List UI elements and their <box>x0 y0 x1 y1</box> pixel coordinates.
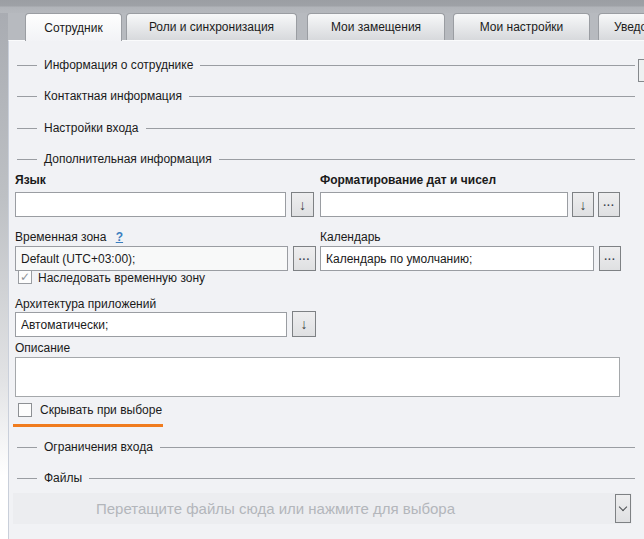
architecture-input[interactable] <box>15 312 287 337</box>
section-rule <box>89 478 635 479</box>
section-files-title: Файлы <box>44 471 82 485</box>
section-rule <box>200 65 635 66</box>
employee-settings-window: Сотрудник Роли и синхронизация Мои замещ… <box>0 0 644 539</box>
dropdown-arrow-icon: ↓ <box>299 198 306 212</box>
hide-on-select-label: Скрывать при выборе <box>40 403 162 417</box>
date-format-input[interactable] <box>320 192 568 217</box>
inherit-timezone-label: Наследовать временную зону <box>38 271 205 285</box>
dropdown-arrow-icon: ↓ <box>580 198 587 212</box>
tab-my-substitutions[interactable]: Мои замещения <box>307 13 445 40</box>
chevron-down-icon <box>619 503 627 511</box>
dropzone-placeholder: Перетащите файлы сюда или нажмите для вы… <box>13 493 538 524</box>
section-dash <box>17 65 37 66</box>
ellipsis-icon: ... <box>603 198 614 212</box>
ellipsis-icon: ... <box>299 252 310 266</box>
section-login-restrictions[interactable]: Ограничения входа <box>17 439 635 455</box>
section-employee-info-title: Информация о сотруднике <box>44 58 193 72</box>
timezone-label: Временная зона ? <box>15 230 123 244</box>
tab-notifications[interactable]: Уведо <box>598 13 644 40</box>
window-left-margin <box>0 13 8 539</box>
timezone-ellipsis-button[interactable]: ... <box>293 246 316 271</box>
timezone-label-text: Временная зона <box>15 230 106 244</box>
window-top-strip <box>0 0 644 13</box>
description-label: Описание <box>15 341 70 355</box>
ellipsis-icon: ... <box>604 252 615 266</box>
dropzone-expand-button[interactable] <box>615 494 631 523</box>
section-contact-info[interactable]: Контактная информация <box>17 88 635 104</box>
calendar-ellipsis-button[interactable]: ... <box>599 246 621 271</box>
tab-my-settings-label: Мои настройки <box>480 20 564 34</box>
section-dash <box>17 159 37 160</box>
timezone-input[interactable] <box>15 246 288 271</box>
section-rule <box>146 128 636 129</box>
calendar-input[interactable] <box>320 246 594 271</box>
timezone-help-link[interactable]: ? <box>116 230 123 244</box>
section-rule <box>219 159 635 160</box>
section-employee-info[interactable]: Информация о сотруднике <box>17 57 635 73</box>
tab-notifications-label: Уведо <box>614 20 644 34</box>
date-format-label: Форматирование дат и чисел <box>320 173 496 187</box>
date-format-ellipsis-button[interactable]: ... <box>598 192 620 217</box>
section-additional-info[interactable]: Дополнительная информация <box>17 151 635 167</box>
checkmark-icon: ✓ <box>20 271 30 283</box>
tab-employee[interactable]: Сотрудник <box>25 13 122 41</box>
section-dash <box>17 96 37 97</box>
calendar-label: Календарь <box>320 230 381 244</box>
language-input[interactable] <box>15 192 286 217</box>
tab-my-settings[interactable]: Мои настройки <box>453 13 590 40</box>
section-login-restrictions-title: Ограничения входа <box>44 440 153 454</box>
language-dropdown-button[interactable]: ↓ <box>291 192 314 217</box>
section-dash <box>17 478 37 479</box>
section-dash <box>17 447 37 448</box>
section-rule <box>189 96 635 97</box>
section-contact-info-title: Контактная информация <box>44 89 182 103</box>
description-textarea[interactable] <box>15 357 620 397</box>
highlight-underline <box>13 424 163 427</box>
section-rule <box>160 447 635 448</box>
clipped-side-button[interactable] <box>638 59 644 82</box>
tab-my-substitutions-label: Мои замещения <box>331 20 421 34</box>
section-files[interactable]: Файлы <box>17 470 635 486</box>
language-label: Язык <box>15 173 46 187</box>
section-login-settings[interactable]: Настройки входа <box>17 120 635 136</box>
architecture-label: Архитектура приложений <box>15 297 156 311</box>
section-additional-info-title: Дополнительная информация <box>44 152 212 166</box>
architecture-dropdown-button[interactable]: ↓ <box>292 311 316 337</box>
files-dropzone[interactable]: Перетащите файлы сюда или нажмите для вы… <box>13 493 632 524</box>
inherit-timezone-checkbox[interactable]: ✓ <box>18 270 32 284</box>
date-format-dropdown-button[interactable]: ↓ <box>572 192 594 217</box>
tab-roles-sync[interactable]: Роли и синхронизация <box>126 13 297 40</box>
tab-content-panel <box>8 40 644 539</box>
hide-on-select-checkbox[interactable] <box>18 403 32 417</box>
section-login-settings-title: Настройки входа <box>44 121 139 135</box>
tab-roles-sync-label: Роли и синхронизация <box>149 20 274 34</box>
tab-employee-label: Сотрудник <box>44 21 102 35</box>
dropdown-arrow-icon: ↓ <box>301 317 308 331</box>
section-dash <box>17 128 37 129</box>
